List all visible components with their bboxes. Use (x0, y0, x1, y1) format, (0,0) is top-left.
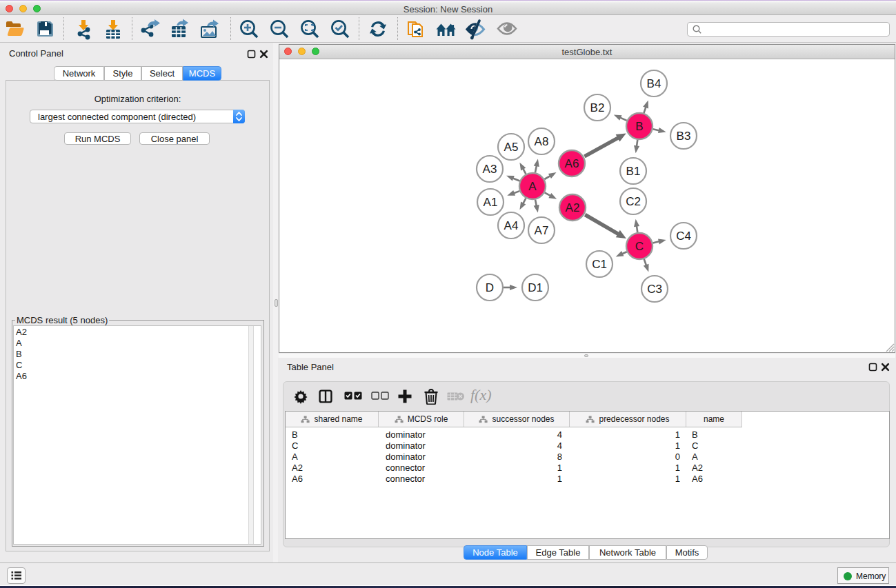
svg-text:C: C (635, 240, 644, 253)
svg-text:B: B (635, 120, 643, 133)
svg-text:C3: C3 (647, 283, 662, 296)
svg-text:A2: A2 (566, 201, 580, 214)
svg-text:C4: C4 (676, 230, 691, 243)
svg-text:A8: A8 (535, 135, 549, 148)
svg-text:C2: C2 (626, 195, 641, 208)
svg-text:D1: D1 (528, 281, 543, 294)
svg-text:B4: B4 (647, 77, 661, 90)
svg-text:A6: A6 (565, 157, 579, 170)
svg-text:B1: B1 (626, 165, 641, 178)
svg-text:A3: A3 (483, 163, 497, 176)
svg-text:A5: A5 (504, 141, 519, 154)
svg-text:B2: B2 (590, 101, 605, 114)
svg-text:B3: B3 (677, 130, 691, 143)
svg-text:A7: A7 (535, 224, 549, 237)
svg-text:A4: A4 (504, 219, 519, 232)
svg-text:A: A (528, 180, 537, 193)
svg-text:A1: A1 (484, 196, 498, 209)
svg-text:C1: C1 (592, 258, 607, 271)
svg-text:D: D (486, 281, 494, 294)
